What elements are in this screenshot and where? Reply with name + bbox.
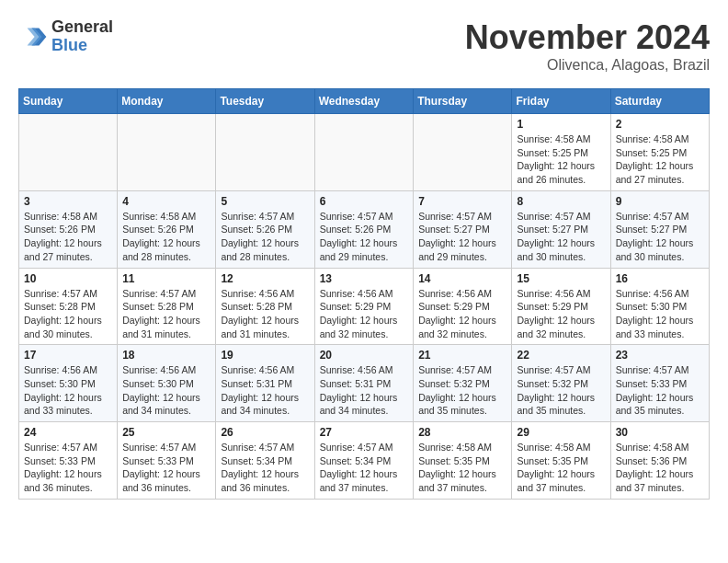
day-number: 10 [24, 272, 112, 285]
calendar-day-cell: 3Sunrise: 4:58 AMSunset: 5:26 PMDaylight… [19, 190, 118, 268]
day-number: 2 [616, 118, 704, 131]
day-info: Sunrise: 4:56 AMSunset: 5:29 PMDaylight:… [320, 287, 409, 341]
day-number: 27 [320, 426, 409, 439]
day-info: Sunrise: 4:58 AMSunset: 5:25 PMDaylight:… [616, 132, 704, 187]
day-info: Sunrise: 4:58 AMSunset: 5:35 PMDaylight:… [418, 441, 506, 495]
day-number: 8 [517, 195, 605, 208]
calendar-day-cell: 2Sunrise: 4:58 AMSunset: 5:25 PMDaylight… [610, 114, 709, 191]
calendar-day-cell: 11Sunrise: 4:57 AMSunset: 5:28 PMDayligh… [118, 268, 216, 345]
calendar-day-cell: 20Sunrise: 4:56 AMSunset: 5:31 PMDayligh… [314, 345, 414, 422]
day-info: Sunrise: 4:57 AMSunset: 5:27 PMDaylight:… [616, 210, 704, 264]
day-info: Sunrise: 4:58 AMSunset: 5:35 PMDaylight:… [517, 441, 605, 495]
day-info: Sunrise: 4:57 AMSunset: 5:33 PMDaylight:… [616, 363, 704, 418]
calendar-day-cell: 1Sunrise: 4:58 AMSunset: 5:25 PMDaylight… [512, 114, 610, 191]
logo-blue-text: Blue [51, 37, 113, 55]
calendar-week-row: 17Sunrise: 4:56 AMSunset: 5:30 PMDayligh… [19, 345, 710, 422]
calendar-day-cell: 27Sunrise: 4:57 AMSunset: 5:34 PMDayligh… [314, 422, 414, 500]
calendar-day-cell: 5Sunrise: 4:57 AMSunset: 5:26 PMDaylight… [216, 190, 314, 268]
day-info: Sunrise: 4:57 AMSunset: 5:28 PMDaylight:… [24, 287, 112, 341]
calendar-day-cell [19, 114, 118, 191]
calendar-day-cell: 26Sunrise: 4:57 AMSunset: 5:34 PMDayligh… [216, 422, 314, 500]
day-number: 6 [320, 195, 409, 208]
calendar-day-cell [118, 114, 216, 191]
calendar-day-cell: 6Sunrise: 4:57 AMSunset: 5:26 PMDaylight… [314, 190, 414, 268]
day-info: Sunrise: 4:56 AMSunset: 5:28 PMDaylight:… [221, 287, 309, 341]
day-of-week-header: Friday [512, 89, 610, 114]
calendar-day-cell: 28Sunrise: 4:58 AMSunset: 5:35 PMDayligh… [414, 422, 512, 500]
calendar-header-row: SundayMondayTuesdayWednesdayThursdayFrid… [19, 89, 710, 114]
calendar-day-cell: 24Sunrise: 4:57 AMSunset: 5:33 PMDayligh… [19, 422, 118, 500]
day-info: Sunrise: 4:57 AMSunset: 5:34 PMDaylight:… [221, 441, 309, 495]
day-info: Sunrise: 4:57 AMSunset: 5:26 PMDaylight:… [320, 210, 409, 264]
day-info: Sunrise: 4:56 AMSunset: 5:30 PMDaylight:… [122, 363, 210, 418]
month-year-title: November 2024 [465, 18, 710, 57]
day-number: 16 [616, 272, 704, 285]
calendar-week-row: 1Sunrise: 4:58 AMSunset: 5:25 PMDaylight… [19, 114, 710, 191]
calendar-day-cell: 13Sunrise: 4:56 AMSunset: 5:29 PMDayligh… [314, 268, 414, 345]
day-number: 20 [320, 349, 409, 362]
title-block: November 2024 Olivenca, Alagoas, Brazil [465, 18, 710, 74]
calendar-day-cell: 22Sunrise: 4:57 AMSunset: 5:32 PMDayligh… [512, 345, 610, 422]
calendar-day-cell: 21Sunrise: 4:57 AMSunset: 5:32 PMDayligh… [414, 345, 512, 422]
day-number: 12 [221, 272, 309, 285]
calendar-day-cell: 9Sunrise: 4:57 AMSunset: 5:27 PMDaylight… [610, 190, 709, 268]
day-info: Sunrise: 4:57 AMSunset: 5:28 PMDaylight:… [122, 287, 210, 341]
calendar-day-cell: 14Sunrise: 4:56 AMSunset: 5:29 PMDayligh… [414, 268, 512, 345]
day-number: 4 [122, 195, 210, 208]
calendar-day-cell: 12Sunrise: 4:56 AMSunset: 5:28 PMDayligh… [216, 268, 314, 345]
calendar-day-cell [414, 114, 512, 191]
day-info: Sunrise: 4:56 AMSunset: 5:29 PMDaylight:… [418, 287, 506, 341]
logo-general-text: General [51, 18, 113, 37]
calendar-day-cell: 19Sunrise: 4:56 AMSunset: 5:31 PMDayligh… [216, 345, 314, 422]
day-number: 24 [24, 426, 112, 439]
calendar-week-row: 10Sunrise: 4:57 AMSunset: 5:28 PMDayligh… [19, 268, 710, 345]
day-of-week-header: Thursday [414, 89, 512, 114]
day-number: 5 [221, 195, 309, 208]
day-number: 30 [616, 426, 704, 439]
day-info: Sunrise: 4:56 AMSunset: 5:30 PMDaylight:… [616, 287, 704, 341]
day-number: 19 [221, 349, 309, 362]
calendar-day-cell [314, 114, 414, 191]
calendar-week-row: 24Sunrise: 4:57 AMSunset: 5:33 PMDayligh… [19, 422, 710, 500]
day-number: 23 [616, 349, 704, 362]
calendar-day-cell: 30Sunrise: 4:58 AMSunset: 5:36 PMDayligh… [610, 422, 709, 500]
day-info: Sunrise: 4:58 AMSunset: 5:26 PMDaylight:… [24, 210, 112, 264]
day-number: 9 [616, 195, 704, 208]
day-info: Sunrise: 4:57 AMSunset: 5:27 PMDaylight:… [418, 210, 506, 264]
day-info: Sunrise: 4:57 AMSunset: 5:32 PMDaylight:… [418, 363, 506, 418]
day-info: Sunrise: 4:57 AMSunset: 5:26 PMDaylight:… [221, 210, 309, 264]
calendar-day-cell [216, 114, 314, 191]
day-info: Sunrise: 4:58 AMSunset: 5:25 PMDaylight:… [517, 132, 605, 187]
page-header: General Blue November 2024 Olivenca, Ala… [18, 18, 710, 74]
day-number: 29 [517, 426, 605, 439]
day-number: 26 [221, 426, 309, 439]
calendar-day-cell: 10Sunrise: 4:57 AMSunset: 5:28 PMDayligh… [19, 268, 118, 345]
logo-icon [18, 22, 48, 52]
day-of-week-header: Monday [118, 89, 216, 114]
calendar-day-cell: 7Sunrise: 4:57 AMSunset: 5:27 PMDaylight… [414, 190, 512, 268]
day-info: Sunrise: 4:57 AMSunset: 5:33 PMDaylight:… [122, 441, 210, 495]
day-number: 28 [418, 426, 506, 439]
calendar-day-cell: 18Sunrise: 4:56 AMSunset: 5:30 PMDayligh… [118, 345, 216, 422]
day-info: Sunrise: 4:57 AMSunset: 5:32 PMDaylight:… [517, 363, 605, 418]
day-of-week-header: Wednesday [314, 89, 414, 114]
day-number: 25 [122, 426, 210, 439]
day-of-week-header: Sunday [19, 89, 118, 114]
calendar-day-cell: 15Sunrise: 4:56 AMSunset: 5:29 PMDayligh… [512, 268, 610, 345]
calendar-day-cell: 16Sunrise: 4:56 AMSunset: 5:30 PMDayligh… [610, 268, 709, 345]
day-info: Sunrise: 4:56 AMSunset: 5:30 PMDaylight:… [24, 363, 112, 418]
day-number: 21 [418, 349, 506, 362]
location-text: Olivenca, Alagoas, Brazil [465, 57, 710, 74]
day-number: 11 [122, 272, 210, 285]
day-number: 22 [517, 349, 605, 362]
day-number: 1 [517, 118, 605, 131]
day-info: Sunrise: 4:56 AMSunset: 5:31 PMDaylight:… [320, 363, 409, 418]
day-number: 18 [122, 349, 210, 362]
day-number: 17 [24, 349, 112, 362]
calendar-day-cell: 17Sunrise: 4:56 AMSunset: 5:30 PMDayligh… [19, 345, 118, 422]
day-info: Sunrise: 4:57 AMSunset: 5:27 PMDaylight:… [517, 210, 605, 264]
logo-text: General Blue [51, 18, 113, 55]
day-info: Sunrise: 4:56 AMSunset: 5:31 PMDaylight:… [221, 363, 309, 418]
day-number: 3 [24, 195, 112, 208]
day-of-week-header: Tuesday [216, 89, 314, 114]
